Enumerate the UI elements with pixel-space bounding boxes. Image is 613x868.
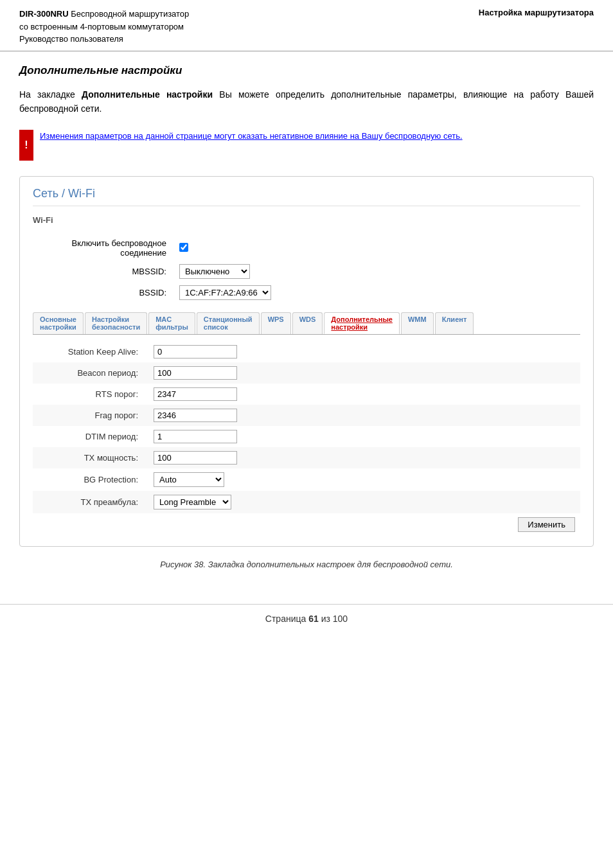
header-nav-title: Настройка маршрутизатора <box>479 8 594 17</box>
section-heading: Дополнительные настройки <box>19 64 594 77</box>
enable-wifi-row: Включить беспроводное соединение <box>33 235 580 261</box>
input-dtim[interactable] <box>154 430 237 443</box>
wifi-section-label: Wi-Fi <box>33 215 580 227</box>
header-right: Настройка маршрутизатора <box>479 8 594 17</box>
field-row-station-keep-alive: Station Keep Alive: <box>33 341 580 362</box>
field-row-tx-power: TX мощность: <box>33 447 580 468</box>
mbssid-row: MBSSID: Выключено <box>33 261 580 282</box>
intro-bold: Дополнительные настройки <box>82 89 213 100</box>
card-title: Сеть / Wi-Fi <box>33 187 580 206</box>
bssid-value-cell: 1C:AF:F7:A2:A9:66 <box>174 282 580 303</box>
enable-checkbox-cell <box>174 235 580 261</box>
intro-paragraph: На закладке Дополнительные настройки Вы … <box>19 87 594 116</box>
input-station-keep-alive[interactable] <box>154 345 237 359</box>
field-value-tx-preamble: Long Preamble Short Preamble <box>148 491 580 513</box>
field-value-dtim <box>148 426 580 447</box>
field-label-beacon: Beacon период: <box>33 362 148 384</box>
select-bg-protection[interactable]: Auto On Off <box>154 472 224 487</box>
warning-text: Изменения параметров на данной странице … <box>40 130 463 143</box>
tabs-row: Основныенастройки Настройкибезопасности … <box>33 312 580 335</box>
field-label-dtim: DTIM период: <box>33 426 148 447</box>
tab-mac[interactable]: MACфильтры <box>148 312 195 334</box>
input-rts[interactable] <box>154 387 237 401</box>
footer-prefix: Страница <box>265 614 308 624</box>
bssid-row: BSSID: 1C:AF:F7:A2:A9:66 <box>33 282 580 303</box>
mbssid-select[interactable]: Выключено <box>179 264 250 279</box>
bssid-select[interactable]: 1C:AF:F7:A2:A9:66 <box>179 285 271 300</box>
warning-box: ! Изменения параметров на данной страниц… <box>19 127 594 163</box>
field-value-frag <box>148 405 580 426</box>
bssid-label: BSSID: <box>33 282 174 303</box>
enable-wifi-table: Включить беспроводное соединение MBSSID:… <box>33 235 580 303</box>
input-frag[interactable] <box>154 409 237 422</box>
apply-button[interactable]: Изменить <box>518 517 575 532</box>
enable-wifi-checkbox[interactable] <box>179 243 188 252</box>
field-value-beacon <box>148 362 580 384</box>
wifi-card: Сеть / Wi-Fi Wi-Fi Включить беспроводное… <box>19 176 594 547</box>
header-line1: Беспроводной маршрутизатор <box>69 9 190 19</box>
field-row-dtim: DTIM период: <box>33 426 580 447</box>
tab-stancionnyj[interactable]: Станционныйсписок <box>197 312 260 334</box>
field-value-rts <box>148 384 580 405</box>
tab-wps[interactable]: WPS <box>261 312 291 334</box>
field-value-bg-protection: Auto On Off <box>148 468 580 491</box>
field-row-beacon: Beacon период: <box>33 362 580 384</box>
field-label-tx-preamble: TX преамбула: <box>33 491 148 513</box>
field-value-tx-power <box>148 447 580 468</box>
field-row-frag: Frag порог: <box>33 405 580 426</box>
field-label-station-keep-alive: Station Keep Alive: <box>33 341 148 362</box>
field-row-tx-preamble: TX преамбула: Long Preamble Short Preamb… <box>33 491 580 513</box>
header-left: DIR-300NRU Беспроводной маршрутизатор со… <box>19 8 189 46</box>
field-label-frag: Frag порог: <box>33 405 148 426</box>
mbssid-label: MBSSID: <box>33 261 174 282</box>
tab-dopolnitelnye[interactable]: Дополнительныенастройки <box>324 312 400 334</box>
fields-table: Station Keep Alive: Beacon период: RTS п… <box>33 341 580 536</box>
tab-klient[interactable]: Клиент <box>435 312 474 334</box>
brand-name: DIR-300NRU <box>19 9 69 19</box>
footer-suffix: из 100 <box>319 614 348 624</box>
field-label-tx-power: TX мощность: <box>33 447 148 468</box>
field-label-rts: RTS порог: <box>33 384 148 405</box>
warning-icon: ! <box>19 130 33 161</box>
mbssid-value-cell: Выключено <box>174 261 580 282</box>
submit-cell: Изменить <box>33 513 580 536</box>
tab-wds[interactable]: WDS <box>292 312 323 334</box>
submit-row: Изменить <box>33 513 580 536</box>
select-tx-preamble[interactable]: Long Preamble Short Preamble <box>154 495 231 509</box>
field-label-bg-protection: BG Protection: <box>33 468 148 491</box>
field-value-station-keep-alive <box>148 341 580 362</box>
tab-osnovnye[interactable]: Основныенастройки <box>33 312 84 334</box>
page-footer: Страница 61 из 100 <box>0 604 613 630</box>
main-content: Дополнительные настройки На закладке Доп… <box>0 51 613 598</box>
field-row-bg-protection: BG Protection: Auto On Off <box>33 468 580 491</box>
header-line3: Руководство пользователя <box>19 34 123 44</box>
tab-wmm[interactable]: WMM <box>401 312 434 334</box>
enable-label: Включить беспроводное соединение <box>33 235 174 261</box>
figure-caption: Рисунок 38. Закладка дополнительных наст… <box>19 560 594 569</box>
page-header: DIR-300NRU Беспроводной маршрутизатор со… <box>0 0 613 51</box>
intro-prefix: На закладке <box>19 89 75 100</box>
tab-bezopasnosti[interactable]: Настройкибезопасности <box>85 312 147 334</box>
input-beacon[interactable] <box>154 366 237 380</box>
header-line2: со встроенным 4-портовым коммутатором <box>19 22 184 31</box>
field-row-rts: RTS порог: <box>33 384 580 405</box>
footer-page-number: 61 <box>308 614 319 624</box>
input-tx-power[interactable] <box>154 451 237 465</box>
